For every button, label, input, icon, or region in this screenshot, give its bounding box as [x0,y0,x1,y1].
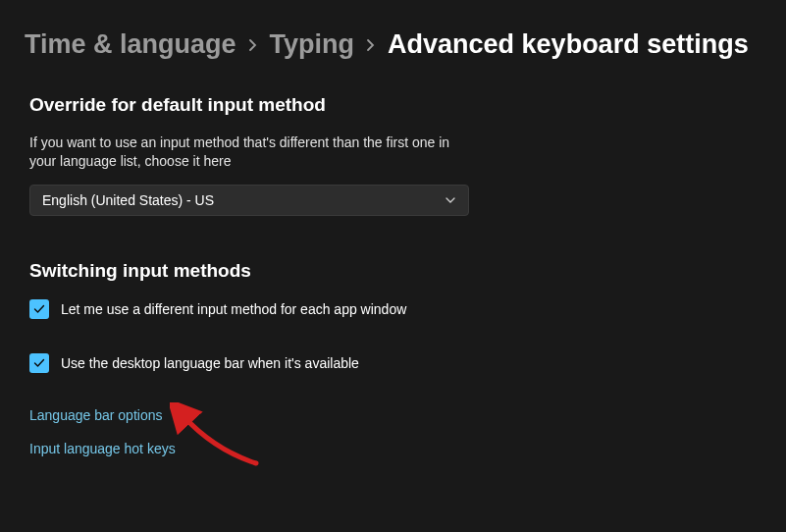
link-input-hotkeys[interactable]: Input language hot keys [29,441,761,456]
checkmark-icon [32,302,46,316]
breadcrumb-typing[interactable]: Typing [270,29,354,60]
checkbox-label-per-app: Let me use a different input method for … [61,301,406,317]
chevron-down-icon [445,196,456,204]
breadcrumb: Time & language Typing Advanced keyboard… [25,29,761,60]
input-method-dropdown[interactable]: English (United States) - US [29,185,469,216]
override-description: If you want to use an input method that'… [29,133,461,171]
checkbox-per-app-window[interactable] [29,299,49,319]
page-title: Advanced keyboard settings [388,29,749,60]
checkbox-row-per-app: Let me use a different input method for … [29,299,761,319]
section-title-override: Override for default input method [29,94,761,116]
chevron-right-icon [248,38,258,52]
dropdown-selected-value: English (United States) - US [42,192,214,208]
checkbox-row-language-bar: Use the desktop language bar when it's a… [29,353,761,373]
checkmark-icon [32,356,46,370]
section-title-switching: Switching input methods [29,260,761,282]
link-language-bar-options[interactable]: Language bar options [29,407,761,423]
breadcrumb-time-language[interactable]: Time & language [25,29,236,60]
checkbox-desktop-language-bar[interactable] [29,353,49,373]
checkbox-label-language-bar: Use the desktop language bar when it's a… [61,355,359,371]
chevron-right-icon [366,38,376,52]
